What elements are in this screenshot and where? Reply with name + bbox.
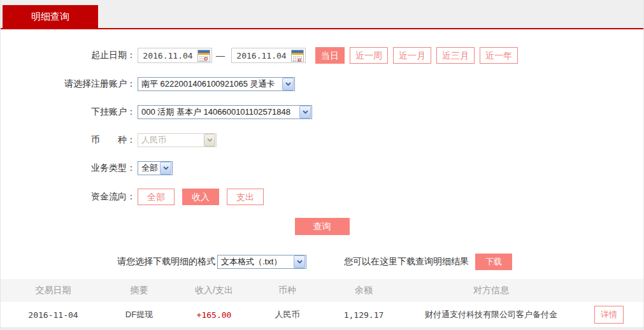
date-range-label: 起止日期： <box>1 50 136 61</box>
chevron-down-icon[interactable] <box>299 106 311 118</box>
download-row: 请您选择下载明细的格式 文本格式（.txt） 您可以在这里下载查询明细结果 下载 <box>117 254 643 269</box>
currency-row: 币 种： 人民币 <box>1 133 643 148</box>
header-counterparty: 对方信息 <box>408 285 574 296</box>
table-header-row: 交易日期 摘要 收入/支出 币种 余额 对方信息 <box>1 279 643 302</box>
currency-value: 人民币 <box>141 134 201 146</box>
cell-currency: 人民币 <box>255 309 319 320</box>
start-date-input[interactable]: 2016.11.04 <box>138 48 212 63</box>
quick-range-quarter-button[interactable]: 近三月 <box>436 47 475 64</box>
business-type-label: 业务类型： <box>1 162 136 174</box>
fund-flow-row: 资金流向： 全部 收入 支出 <box>1 189 643 205</box>
download-button[interactable]: 下载 <box>475 254 512 270</box>
end-date-input[interactable]: 2016.11.04 <box>231 48 306 63</box>
quick-range-month-button[interactable]: 近一月 <box>393 47 431 64</box>
cell-counterparty: 财付通支付科技有限公司客户备付金 <box>408 309 574 320</box>
tab-detail-query[interactable]: 明细查询 <box>3 5 98 28</box>
tab-bar: 明细查询 <box>1 0 643 29</box>
business-type-row: 业务类型： 全部 <box>1 161 643 176</box>
register-account-select[interactable]: 南平 6222001406100921065 灵通卡 <box>138 77 295 91</box>
sub-account-select[interactable]: 000 活期 基本户 1406600101102571848 <box>138 105 312 119</box>
query-form: 起止日期： 2016.11.04 — 2016.11.04 <box>1 29 643 269</box>
sub-account-value: 000 活期 基本户 1406600101102571848 <box>141 106 297 118</box>
quick-range-year-button[interactable]: 近一年 <box>480 47 518 64</box>
quick-range-today-button[interactable]: 当日 <box>315 47 345 64</box>
fund-flow-all-button[interactable]: 全部 <box>138 189 175 205</box>
currency-label: 币 种： <box>1 134 136 146</box>
register-account-label: 请选择注册账户： <box>1 78 136 90</box>
download-format-label: 请您选择下载明细的格式 <box>117 256 215 268</box>
cell-income-expense: +165.00 <box>173 310 255 320</box>
header-balance: 余额 <box>319 285 408 296</box>
fund-flow-label: 资金流向： <box>1 191 136 203</box>
calendar-icon[interactable] <box>197 50 210 62</box>
start-date-value: 2016.11.04 <box>138 51 197 61</box>
currency-select: 人民币 <box>138 133 217 147</box>
detail-button[interactable]: 详情 <box>594 306 624 324</box>
query-button-row: 查询 <box>1 218 643 235</box>
chevron-down-icon[interactable] <box>282 78 294 90</box>
download-hint-text: 您可以在这里下载查询明细结果 <box>344 256 469 268</box>
sub-account-row: 下挂账户： 000 活期 基本户 1406600101102571848 <box>1 104 643 120</box>
date-range-separator: — <box>216 50 225 61</box>
register-account-value: 南平 6222001406100921065 灵通卡 <box>141 78 280 90</box>
download-format-value: 文本格式（.txt） <box>221 256 291 268</box>
table-row: 2016-11-04 DF提现 +165.00 人民币 1,129.17 财付通… <box>1 302 643 328</box>
date-range-row: 起止日期： 2016.11.04 — 2016.11.04 <box>1 47 643 64</box>
cell-summary: DF提现 <box>106 309 173 320</box>
chevron-down-icon[interactable] <box>294 255 305 268</box>
quick-range-week-button[interactable]: 近一周 <box>350 47 388 64</box>
header-trade-date: 交易日期 <box>1 285 106 296</box>
detail-query-page: 明细查询 起止日期： 2016.11.04 — <box>0 0 644 330</box>
cell-trade-date: 2016-11-04 <box>1 310 106 320</box>
header-summary: 摘要 <box>106 285 173 296</box>
cell-balance: 1,129.17 <box>319 310 408 320</box>
sub-account-label: 下挂账户： <box>1 106 136 118</box>
fund-flow-income-button[interactable]: 收入 <box>182 189 219 205</box>
header-income-expense: 收入/支出 <box>173 285 255 296</box>
header-currency: 币种 <box>255 285 319 296</box>
business-type-select[interactable]: 全部 <box>138 161 173 175</box>
end-date-value: 2016.11.04 <box>232 51 291 61</box>
register-account-row: 请选择注册账户： 南平 6222001406100921065 灵通卡 <box>1 76 643 92</box>
result-table: 交易日期 摘要 收入/支出 币种 余额 对方信息 2016-11-04 DF提现… <box>1 279 643 330</box>
fund-flow-expense-button[interactable]: 支出 <box>227 189 264 205</box>
cell-action: 详情 <box>574 306 644 324</box>
chevron-down-icon[interactable] <box>160 162 171 175</box>
chevron-down-icon <box>204 134 215 147</box>
query-button[interactable]: 查询 <box>295 218 350 235</box>
business-type-value: 全部 <box>141 162 157 174</box>
download-format-select[interactable]: 文本格式（.txt） <box>217 255 306 269</box>
calendar-icon[interactable] <box>291 50 304 62</box>
